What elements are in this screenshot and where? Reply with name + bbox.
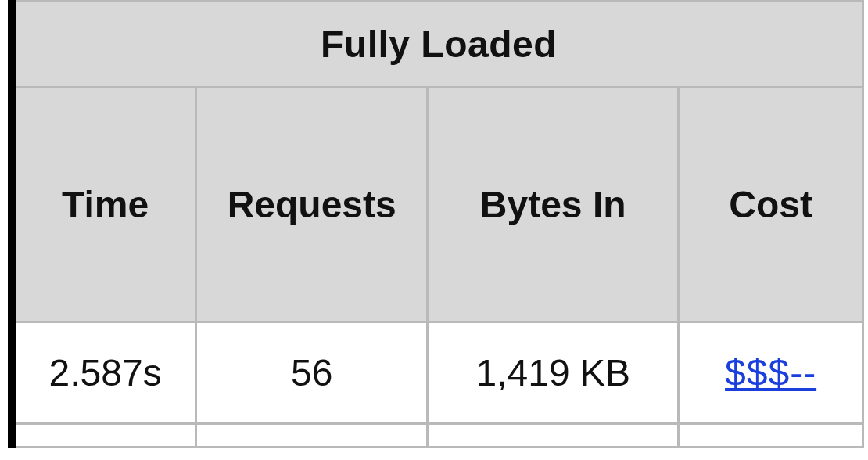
table-row: 2.587s 56 1,419 KB $$$-- bbox=[12, 322, 863, 424]
cost-link[interactable]: $$$-- bbox=[725, 352, 816, 394]
cell-empty bbox=[679, 424, 863, 447]
performance-table-panel: Fully Loaded Time Requests Bytes In Cost… bbox=[0, 0, 868, 460]
cell-cost: $$$-- bbox=[679, 322, 863, 424]
col-header-cost: Cost bbox=[679, 88, 863, 322]
col-header-time: Time bbox=[12, 88, 196, 322]
cell-empty bbox=[196, 424, 428, 447]
col-header-bytes-in: Bytes In bbox=[428, 88, 679, 322]
cell-empty bbox=[12, 424, 196, 447]
table-title: Fully Loaded bbox=[12, 2, 863, 88]
cell-requests: 56 bbox=[196, 322, 428, 424]
cell-empty bbox=[428, 424, 679, 447]
table-row bbox=[12, 424, 863, 447]
cell-time: 2.587s bbox=[12, 322, 196, 424]
cell-bytes-in: 1,419 KB bbox=[428, 322, 679, 424]
fully-loaded-table: Fully Loaded Time Requests Bytes In Cost… bbox=[8, 0, 864, 448]
col-header-requests: Requests bbox=[196, 88, 428, 322]
